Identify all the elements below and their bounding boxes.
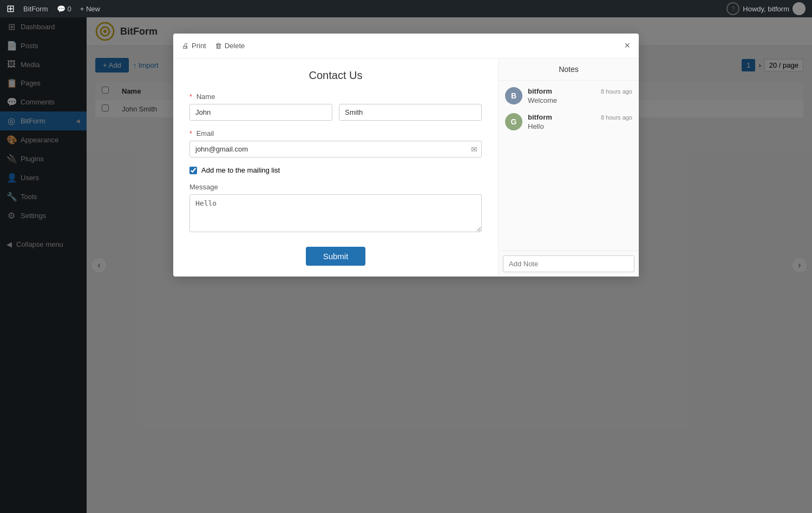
email-label: * Email bbox=[189, 129, 482, 137]
modal-overlay: 🖨 Print 🗑 Delete × Contact Us * Name bbox=[0, 17, 812, 513]
avatar bbox=[793, 2, 806, 15]
wp-icon: ⊞ bbox=[6, 3, 15, 15]
admin-bar: ⊞ BitForm 💬 0 + New ? Howdy, bitform bbox=[0, 0, 812, 17]
modal-close-button[interactable]: × bbox=[624, 40, 630, 51]
name-required-star: * bbox=[189, 93, 192, 101]
note-text-2: Hello bbox=[528, 122, 632, 130]
email-input[interactable] bbox=[189, 141, 482, 157]
email-icon: ✉ bbox=[471, 145, 477, 154]
notes-footer bbox=[499, 251, 639, 277]
name-row bbox=[189, 104, 482, 121]
form-title: Contact Us bbox=[189, 69, 482, 82]
add-note-input[interactable] bbox=[503, 255, 634, 272]
mailing-list-checkbox-row: Add me to the mailing list bbox=[189, 166, 482, 174]
message-textarea[interactable]: Hello bbox=[189, 194, 482, 232]
modal: 🖨 Print 🗑 Delete × Contact Us * Name bbox=[173, 34, 639, 277]
last-name-input[interactable] bbox=[339, 104, 482, 121]
admin-bar-comments[interactable]: 💬 0 bbox=[57, 5, 71, 13]
first-name-input[interactable] bbox=[189, 104, 332, 121]
notes-list: B bitform 8 hours ago Welcome bbox=[499, 81, 639, 251]
email-required-star: * bbox=[189, 129, 192, 137]
note-avatar-g: G bbox=[505, 113, 522, 130]
note-item: G bitform 8 hours ago Hello bbox=[505, 113, 632, 130]
mailing-list-label: Add me to the mailing list bbox=[201, 166, 280, 174]
print-icon: 🖨 bbox=[182, 42, 189, 50]
note-content-2: bitform 8 hours ago Hello bbox=[528, 113, 632, 130]
modal-notes: Notes B bitform 8 hours ago Welcome bbox=[498, 58, 639, 277]
mailing-list-checkbox[interactable] bbox=[189, 167, 197, 174]
admin-bar-sitename[interactable]: BitForm bbox=[23, 5, 48, 13]
help-icon[interactable]: ? bbox=[726, 2, 739, 15]
delete-icon: 🗑 bbox=[215, 42, 222, 50]
note-text-1: Welcome bbox=[528, 96, 632, 104]
note-avatar-b: B bbox=[505, 87, 522, 104]
modal-toolbar: 🖨 Print 🗑 Delete × bbox=[173, 34, 639, 58]
submit-row: Submit bbox=[189, 247, 482, 266]
name-field-group: * Name bbox=[189, 93, 482, 121]
email-input-wrapper: ✉ bbox=[189, 141, 482, 157]
submit-button[interactable]: Submit bbox=[306, 247, 366, 266]
notes-header: Notes bbox=[499, 58, 639, 81]
message-field-group: Message Hello bbox=[189, 183, 482, 234]
message-label: Message bbox=[189, 183, 482, 191]
modal-body: Contact Us * Name * Emai bbox=[173, 58, 639, 277]
print-button[interactable]: 🖨 Print bbox=[182, 42, 206, 50]
note-meta-1: bitform 8 hours ago bbox=[528, 87, 632, 95]
admin-bar-new[interactable]: + New bbox=[80, 5, 100, 13]
admin-bar-right: ? Howdy, bitform bbox=[726, 2, 806, 15]
delete-button[interactable]: 🗑 Delete bbox=[215, 42, 245, 50]
modal-form: Contact Us * Name * Emai bbox=[173, 58, 498, 277]
note-content-1: bitform 8 hours ago Welcome bbox=[528, 87, 632, 104]
name-label: * Name bbox=[189, 93, 482, 101]
note-item: B bitform 8 hours ago Welcome bbox=[505, 87, 632, 104]
email-field-group: * Email ✉ bbox=[189, 129, 482, 157]
admin-bar-howdy: Howdy, bitform bbox=[743, 5, 789, 13]
note-meta-2: bitform 8 hours ago bbox=[528, 113, 632, 121]
